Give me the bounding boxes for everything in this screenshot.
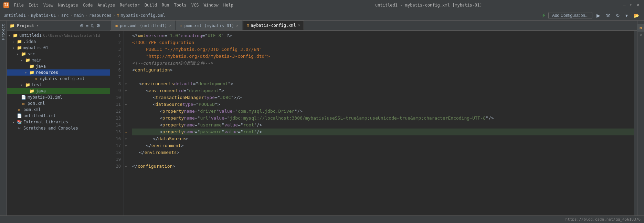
- status-url: https://blog.csdn.net/qq_45618376: [565, 217, 641, 222]
- breadcrumb-main[interactable]: main: [74, 13, 84, 18]
- build-button[interactable]: ⚒: [604, 12, 612, 19]
- folder-icon-main: 📁: [25, 57, 30, 63]
- menu-vcs[interactable]: VCS: [189, 2, 201, 8]
- tree-item-test[interactable]: ▾ 📁 test: [7, 82, 110, 88]
- gutter-8[interactable]: ▾: [124, 80, 128, 87]
- tab-pom-mybatis01[interactable]: m pom.xml (mybatis-01) ✕: [176, 21, 242, 30]
- tab-label-pom-untitled1: pom.xml (untitled1): [120, 23, 167, 28]
- project-header: 📁 Project ▾ ⊕ ≡ ⇅ ⚙ —: [7, 21, 110, 31]
- plugin-close-icon[interactable]: ✕: [640, 33, 642, 37]
- settings-button[interactable]: ⚙: [96, 23, 101, 28]
- app-icon: IJ: [3, 2, 9, 8]
- editor-scrollbar[interactable]: [634, 31, 637, 223]
- project-title: Project: [17, 23, 34, 28]
- tree-item-main[interactable]: ▾ 📁 main: [7, 57, 110, 63]
- arrow-mybatis01: ▾: [12, 46, 17, 50]
- tree-item-pom-mybatis01[interactable]: m pom.xml: [7, 100, 110, 107]
- tab-close-pom-mybatis01[interactable]: ✕: [236, 23, 239, 28]
- tree-item-untitled1[interactable]: ▾ 📁 untitled1 C:\Users\Administrator\Id: [7, 32, 110, 38]
- tree-item-resources[interactable]: ▾ 📁 resources: [7, 69, 110, 76]
- folder-button[interactable]: 📂: [632, 12, 641, 19]
- label-pom-mybatis01: pom.xml: [28, 101, 45, 106]
- close-button[interactable]: ✕: [636, 3, 641, 8]
- gradle-icon[interactable]: ⚡: [542, 12, 546, 19]
- menu-navigate[interactable]: Navigate: [56, 2, 80, 8]
- breadcrumb-sep-2: ›: [57, 13, 60, 18]
- tab-close-mybatis-config[interactable]: ✕: [298, 23, 300, 27]
- tree-item-java[interactable]: 📁 java: [7, 63, 110, 69]
- menu-build[interactable]: Build: [142, 2, 159, 8]
- sort-button[interactable]: ⇅: [91, 23, 94, 28]
- gutter-5: [124, 60, 128, 67]
- line-numbers: 12345 678910 1112131415 1617181920: [110, 31, 124, 223]
- minimize-button[interactable]: ─: [622, 3, 627, 8]
- tree-item-pom-root[interactable]: m pom.xml: [7, 107, 110, 113]
- collapse-all-button[interactable]: ≡: [86, 23, 88, 28]
- menu-run[interactable]: Run: [160, 2, 171, 8]
- maximize-button[interactable]: □: [629, 3, 634, 8]
- tree-item-mybatis01-iml[interactable]: 📄 mybatis-01.iml: [7, 94, 110, 100]
- run-button[interactable]: ▶: [595, 12, 602, 19]
- label-src: src: [28, 52, 35, 56]
- menu-file[interactable]: File: [12, 2, 26, 8]
- label-mybatis01-iml: mybatis-01.iml: [28, 95, 62, 100]
- menu-window[interactable]: Window: [201, 2, 220, 8]
- breadcrumb-src[interactable]: src: [61, 13, 69, 18]
- code-line-12: <property name="driver" value="com.mysql…: [132, 108, 634, 115]
- breadcrumb-sep-5: ›: [113, 13, 115, 18]
- add-configuration-button[interactable]: Add Configuration...: [548, 12, 592, 19]
- label-pom-root: pom.xml: [23, 107, 41, 112]
- project-side-label[interactable]: Project: [1, 24, 6, 40]
- update-button[interactable]: ↻: [614, 12, 621, 19]
- breadcrumb-mybatis01[interactable]: mybatis-01: [31, 13, 56, 18]
- label-java-test: java: [36, 89, 46, 93]
- minimize-panel-button[interactable]: —: [103, 23, 107, 28]
- tab-mybatis-config[interactable]: m mybatis-config.xml ✕: [243, 21, 304, 30]
- tree-item-mybatis01[interactable]: ▾ 📁 mybatis-01: [7, 45, 110, 51]
- menu-code[interactable]: Code: [81, 2, 95, 8]
- breadcrumb-resources[interactable]: resources: [89, 13, 112, 18]
- menu-edit[interactable]: Edit: [27, 2, 41, 8]
- tab-icon-mybatis-config: m: [247, 23, 249, 28]
- more-actions-button[interactable]: ▾: [624, 12, 629, 19]
- gutter-9[interactable]: ▾: [124, 87, 128, 94]
- label-idea: .idea: [23, 39, 36, 44]
- gutter-20[interactable]: ▾: [124, 163, 128, 170]
- tab-pom-untitled1[interactable]: m pom.xml (untitled1) ✕: [112, 21, 175, 30]
- breadcrumb-configxml[interactable]: mybatis-config.xml: [120, 13, 165, 18]
- gutter-16[interactable]: ▾: [124, 135, 128, 142]
- code-content[interactable]: <?xml version="1.0" encoding="UTF-8" ?> …: [129, 31, 634, 223]
- code-line-5: <!--configuration核心配置文件-->: [132, 60, 634, 67]
- folder-icon-java-test: 📁: [29, 88, 34, 94]
- label-mybatis01: mybatis-01: [23, 45, 48, 50]
- plugin-badge[interactable]: m: [637, 24, 644, 32]
- gutter-11[interactable]: ▾: [124, 101, 128, 108]
- label-mybatis-config: mybatis-config.xml: [40, 76, 85, 81]
- arrow-resources: ▾: [25, 71, 29, 75]
- tab-close-pom-untitled1[interactable]: ✕: [169, 23, 172, 28]
- tree-item-ext-libs[interactable]: ▸ 📚 External Libraries: [7, 119, 110, 125]
- project-side-strip: Project: [0, 21, 7, 223]
- breadcrumb-untitled1[interactable]: untitled1: [3, 13, 26, 18]
- tree-item-idea[interactable]: ▸ 📁 .idea: [7, 38, 110, 45]
- menu-tools[interactable]: Tools: [172, 2, 189, 8]
- menu-refactor[interactable]: Refactor: [118, 2, 142, 8]
- tree-item-scratches[interactable]: ✂ Scratches and Consoles: [7, 125, 110, 131]
- window-title: untitled1 - mybatis-config.xml [mybatis-…: [375, 3, 482, 8]
- folder-icon-untitled1: 📁: [12, 33, 18, 38]
- locate-file-button[interactable]: ⊕: [80, 23, 84, 28]
- code-line-17: </environment>: [132, 142, 634, 149]
- tree-item-untitled1-iml[interactable]: 📄 untitled1.iml: [7, 113, 110, 119]
- gutter-17[interactable]: ▾: [124, 142, 128, 149]
- project-dropdown-arrow[interactable]: ▾: [36, 23, 39, 28]
- menu-view[interactable]: View: [41, 2, 55, 8]
- path-untitled1: C:\Users\Administrator\Id: [43, 33, 100, 38]
- breadcrumb-sep-1: ›: [27, 13, 30, 18]
- tree-item-mybatis-config[interactable]: m mybatis-config.xml: [7, 76, 110, 82]
- menu-analyze[interactable]: Analyze: [95, 2, 117, 8]
- tree-item-java-test[interactable]: 📁 java: [7, 88, 110, 94]
- tree-item-src[interactable]: ▾ 📁 src: [7, 51, 110, 57]
- arrow-src: ▾: [17, 52, 21, 56]
- menu-help[interactable]: Help: [221, 2, 235, 8]
- title-bar-left: IJ File Edit View Navigate Code Analyze …: [3, 2, 235, 8]
